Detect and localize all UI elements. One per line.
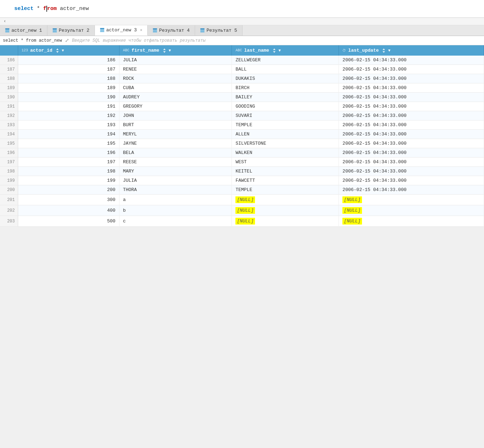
- tab-tab4[interactable]: Результат 4: [148, 25, 195, 36]
- actor-id-type-badge: 123: [22, 48, 28, 52]
- table-row: 200200THORATEMPLE2006-02-15 04:34:33.000: [0, 185, 484, 195]
- last-name-cell: GOODING: [232, 102, 339, 111]
- last-name-cell: WALKEN: [232, 148, 339, 158]
- actor-id-cell: 186: [18, 56, 119, 65]
- first-name-sort-icon[interactable]: [162, 48, 167, 53]
- row-number: 188: [0, 74, 18, 83]
- last-update-type-badge: ⏱: [342, 48, 346, 53]
- table-row: 188188ROCKDUKAKIS2006-02-15 04:34:33.000: [0, 74, 484, 83]
- last-name-filter-icon[interactable]: ▼: [279, 48, 281, 53]
- last-update-cell: 2006-02-15 04:34:33.000: [339, 130, 484, 139]
- table-row: 193193BURTTEMPLE2006-02-15 04:34:33.000: [0, 120, 484, 130]
- actor-id-cell: 190: [18, 93, 119, 102]
- last-update-header[interactable]: ⏱ last_update ▼: [339, 45, 484, 56]
- first-name-cell: b: [119, 205, 232, 216]
- row-number: 190: [0, 93, 18, 102]
- tab-label: Результат 4: [159, 28, 190, 33]
- first-name-cell: GREGORY: [119, 102, 232, 111]
- table-row: 197197REESEWEST2006-02-15 04:34:33.000: [0, 158, 484, 167]
- svg-rect-5: [53, 30, 57, 30]
- last-update-filter-icon[interactable]: ▼: [388, 48, 391, 53]
- last-name-cell: BIRCH: [232, 83, 339, 93]
- actor-id-header[interactable]: 123 actor_id ▼: [18, 45, 119, 56]
- table-icon: [153, 28, 157, 33]
- row-number: 186: [0, 56, 18, 65]
- actor-id-cell: 192: [18, 111, 119, 120]
- last-update-cell: [NULL]: [339, 216, 484, 227]
- last-update-cell: 2006-02-15 04:34:33.000: [339, 65, 484, 74]
- row-number: 189: [0, 83, 18, 93]
- first-name-cell: JAYNE: [119, 139, 232, 148]
- svg-rect-9: [100, 29, 104, 30]
- first-name-cell: JULIA: [119, 56, 232, 65]
- last-name-header[interactable]: ABC last_name ▼: [232, 45, 339, 56]
- last-name-cell: [NULL]: [232, 195, 339, 205]
- filter-placeholder[interactable]: Введите SQL выражение чтобы отфильтроват…: [72, 38, 205, 43]
- row-number: 194: [0, 130, 18, 139]
- actor-id-cell: 194: [18, 130, 119, 139]
- first-name-label: first_name: [132, 48, 159, 53]
- last-update-cell: 2006-02-15 04:34:33.000: [339, 120, 484, 130]
- table-row: 194194MERYLALLEN2006-02-15 04:34:33.000: [0, 130, 484, 139]
- tab-tab3[interactable]: actor_new 3×: [95, 25, 148, 36]
- last-update-cell: [NULL]: [339, 205, 484, 216]
- table-icon: [200, 28, 205, 33]
- svg-rect-17: [200, 30, 204, 30]
- last-update-cell: 2006-02-15 04:34:33.000: [339, 158, 484, 167]
- null-update-highlighted: [NULL]: [342, 207, 362, 214]
- last-name-sort-icon[interactable]: [272, 48, 276, 53]
- first-name-cell: MERYL: [119, 130, 232, 139]
- actor-id-filter-icon[interactable]: ▼: [62, 48, 64, 53]
- last-name-cell: SUVARI: [232, 111, 339, 120]
- actor-id-cell: 191: [18, 102, 119, 111]
- table-container: 123 actor_id ▼ ABC first_name: [0, 45, 484, 227]
- last-update-label: last_update: [348, 48, 379, 53]
- row-number: 193: [0, 120, 18, 130]
- last-update-cell: 2006-02-15 04:34:33.000: [339, 102, 484, 111]
- table-row: 199199JULIAFAWCETT2006-02-15 04:34:33.00…: [0, 176, 484, 185]
- svg-rect-16: [200, 29, 204, 29]
- actor-id-cell: 193: [18, 120, 119, 130]
- first-name-cell: ROCK: [119, 74, 232, 83]
- row-number: 197: [0, 158, 18, 167]
- table-row: 192192JOHNSUVARI2006-02-15 04:34:33.000: [0, 111, 484, 120]
- first-name-header[interactable]: ABC first_name ▼: [119, 45, 232, 56]
- table-row: 186186JULIAZELLWEGER2006-02-15 04:34:33.…: [0, 56, 484, 65]
- query-label: select * from actor_new: [3, 38, 62, 43]
- table-row: 187187RENEEBALL2006-02-15 04:34:33.000: [0, 65, 484, 74]
- expand-icon[interactable]: ⤢: [65, 37, 69, 43]
- last-name-cell: TEMPLE: [232, 120, 339, 130]
- sql-editor[interactable]: select * from actor_new: [0, 0, 484, 18]
- collapse-bar[interactable]: ‹: [0, 18, 484, 25]
- tab-close-button[interactable]: ×: [140, 28, 142, 32]
- svg-rect-3: [5, 32, 9, 32]
- tab-tab2[interactable]: Результат 2: [47, 25, 95, 36]
- last-update-sort-icon[interactable]: [382, 48, 386, 53]
- first-name-cell: MARY: [119, 167, 232, 176]
- first-name-cell: AUDREY: [119, 93, 232, 102]
- actor-id-sort-icon[interactable]: [55, 48, 60, 53]
- filter-bar: select * from actor_new ⤢ Введите SQL вы…: [0, 36, 484, 45]
- row-number: 203: [0, 216, 18, 227]
- null-update-highlighted: [NULL]: [342, 218, 362, 225]
- sql-star: *: [34, 6, 43, 12]
- first-name-filter-icon[interactable]: ▼: [169, 48, 171, 53]
- null-value-highlighted: [NULL]: [235, 207, 255, 214]
- last-name-cell: DUKAKIS: [232, 74, 339, 83]
- last-name-cell: TEMPLE: [232, 185, 339, 195]
- row-number: 192: [0, 111, 18, 120]
- first-name-type-badge: ABC: [123, 48, 129, 52]
- first-name-cell: BELA: [119, 148, 232, 158]
- first-name-cell: JULIA: [119, 176, 232, 185]
- actor-id-cell: 500: [18, 216, 119, 227]
- collapse-icon: ‹: [4, 19, 6, 24]
- svg-rect-6: [53, 31, 57, 31]
- tab-tab5[interactable]: Результат 5: [195, 25, 243, 36]
- svg-rect-11: [100, 31, 104, 32]
- svg-rect-2: [5, 31, 9, 31]
- tab-tab1[interactable]: actor_new 1: [0, 25, 47, 36]
- svg-rect-14: [153, 31, 157, 31]
- table-row: 198198MARYKEITEL2006-02-15 04:34:33.000: [0, 167, 484, 176]
- first-name-cell: RENEE: [119, 65, 232, 74]
- svg-rect-1: [5, 30, 9, 30]
